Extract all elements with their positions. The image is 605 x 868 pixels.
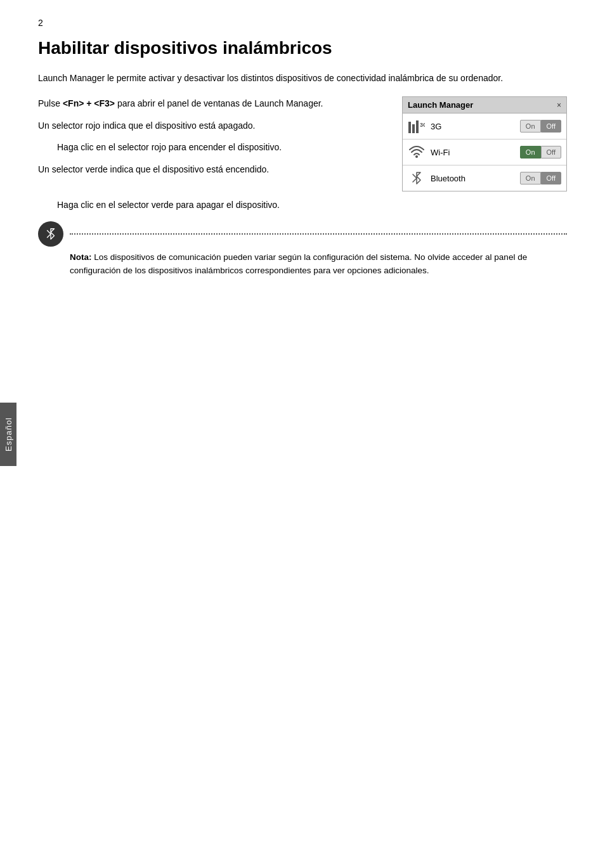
- paragraph-fn-keys: Pulse <Fn> + <F3> para abrir el panel de…: [38, 96, 383, 110]
- note-icon: [38, 221, 63, 247]
- launch-manager-titlebar: Launch Manager ×: [403, 97, 566, 113]
- svg-rect-0: [408, 122, 411, 133]
- toggle-3g-on[interactable]: On: [520, 120, 541, 133]
- paragraph-green-selector: Un selector verde indica que el disposit…: [38, 162, 383, 176]
- svg-text:3G: 3G: [420, 122, 425, 128]
- keyboard-shortcut: <Fn> + <F3>: [63, 98, 115, 108]
- toggle-3g-off[interactable]: Off: [541, 120, 561, 133]
- main-row: Pulse <Fn> + <F3> para abrir el panel de…: [38, 96, 567, 191]
- paragraph-red-selector: Un selector rojo indica que el dispositi…: [38, 119, 383, 133]
- text-pulse: Pulse: [38, 98, 63, 108]
- left-column: Pulse <Fn> + <F3> para abrir el panel de…: [38, 96, 383, 184]
- dotted-divider: [70, 233, 567, 235]
- note-header-row: [38, 221, 567, 247]
- launch-manager-close-button[interactable]: ×: [557, 101, 561, 110]
- note-text: Nota: Los dispositivos de comunicación p…: [70, 250, 567, 278]
- svg-point-4: [415, 155, 418, 158]
- toggle-3g: On Off: [520, 120, 561, 133]
- intro-paragraph: Launch Manager le permite activar y desa…: [38, 71, 567, 85]
- toggle-bluetooth-on[interactable]: On: [520, 172, 541, 185]
- device-name-wifi: Wi-Fi: [431, 148, 515, 157]
- paragraph-green-action: Haga clic en el selector verde para apag…: [57, 198, 567, 212]
- 3g-icon: 3G: [408, 117, 426, 135]
- toggle-wifi-on[interactable]: On: [520, 146, 541, 159]
- sidebar-label: Español: [4, 417, 13, 451]
- main-content: Habilitar dispositivos inalámbricos Laun…: [38, 0, 567, 278]
- device-name-3g: 3G: [431, 122, 515, 131]
- toggle-bluetooth: On Off: [520, 172, 561, 185]
- sidebar-tab: Español: [0, 403, 16, 466]
- device-row-wifi: Wi-Fi On Off: [403, 139, 566, 165]
- toggle-wifi: On Off: [520, 146, 561, 159]
- page-title: Habilitar dispositivos inalámbricos: [38, 38, 567, 58]
- toggle-bluetooth-off[interactable]: Off: [541, 172, 561, 185]
- note-block: Nota: Los dispositivos de comunicación p…: [38, 221, 567, 278]
- launch-manager-window: Launch Manager × 3G 3G: [402, 96, 567, 191]
- bluetooth-icon: [408, 169, 426, 187]
- paragraph-red-action: Haga clic en el selector rojo para encen…: [57, 140, 383, 154]
- text-para1-rest: para abrir el panel de ventanas de Launc…: [115, 98, 323, 108]
- svg-rect-1: [412, 124, 415, 133]
- svg-rect-2: [416, 120, 419, 133]
- note-label: Nota:: [70, 252, 92, 262]
- launch-manager-title: Launch Manager: [408, 100, 473, 110]
- wifi-icon: [408, 143, 426, 161]
- device-row-bluetooth: Bluetooth On Off: [403, 165, 566, 191]
- page-number: 2: [38, 18, 43, 28]
- device-row-3g: 3G 3G On Off: [403, 113, 566, 139]
- note-body: Nota: Los dispositivos de comunicación p…: [70, 250, 567, 278]
- device-name-bluetooth: Bluetooth: [431, 174, 515, 183]
- launch-manager-panel: Launch Manager × 3G 3G: [402, 96, 567, 191]
- toggle-wifi-off[interactable]: Off: [541, 146, 561, 159]
- note-description: Los dispositivos de comunicación pueden …: [70, 252, 527, 276]
